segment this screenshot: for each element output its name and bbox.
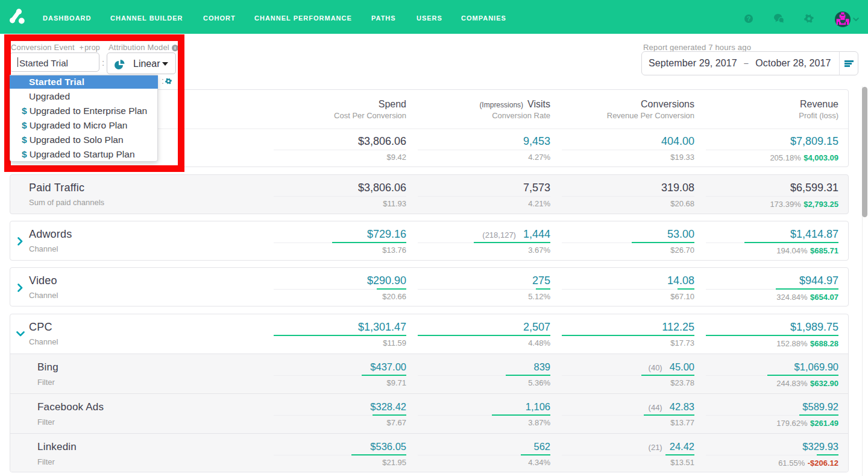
svg-text:?: ? [747, 15, 751, 22]
